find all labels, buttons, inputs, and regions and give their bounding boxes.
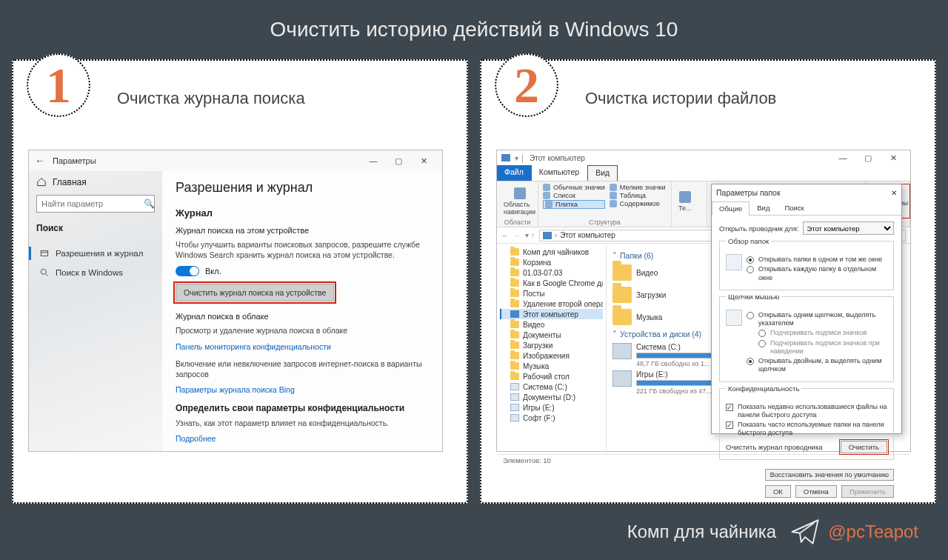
panel-2: 2 Очистка истории файлов ▾ │ Этот компью…: [480, 59, 936, 504]
click-legend: Щелчки мышью: [726, 293, 781, 301]
current-view-button[interactable]: Те...: [676, 184, 694, 219]
layout-list-2[interactable]: Мелкие значки Таблица Содержимое: [610, 184, 666, 219]
drive-icon: [612, 370, 632, 387]
device-journal-desc: Чтобы улучшить варианты поисковых запрос…: [176, 239, 429, 260]
close-icon[interactable]: ✕: [411, 153, 436, 168]
tab-view[interactable]: Вид: [750, 201, 777, 215]
tree-item[interactable]: Как в Google Chrome дава: [500, 278, 603, 288]
radio-underline-hover: Подчеркивать подписи значков при наведен…: [758, 339, 887, 356]
search-input[interactable]: [41, 199, 144, 208]
more-link[interactable]: Подробнее: [176, 434, 429, 443]
drive-icon: [612, 343, 632, 359]
layout-list[interactable]: Обычные значки Список Плитка: [543, 184, 605, 219]
tree-item[interactable]: Видео: [500, 319, 603, 330]
nav-back-icon[interactable]: ←: [501, 231, 509, 239]
tree-this-pc[interactable]: Этот компьютер: [500, 309, 603, 319]
folder-options-dialog: Параметры папок ✕ Общие Вид Поиск Открыт…: [711, 184, 902, 434]
restore-defaults-button[interactable]: Восстановить значения по умолчанию: [765, 469, 894, 481]
magnifier-icon: [39, 267, 50, 278]
permissions-icon: [39, 248, 50, 259]
tree-item[interactable]: Рабочий стол: [500, 371, 603, 381]
tab-search[interactable]: Поиск: [777, 201, 811, 215]
page-header: Очистить историю действий в Windows 10: [0, 0, 948, 59]
apply-button[interactable]: Применить: [841, 485, 894, 498]
close-icon[interactable]: ✕: [891, 189, 897, 197]
pc-icon: [543, 232, 552, 239]
explorer-tree[interactable]: Комп для чайниковКорзина01.03-07.03Как в…: [497, 244, 607, 454]
sidebar-home[interactable]: Главная: [36, 177, 155, 187]
maximize-icon[interactable]: ▢: [386, 153, 411, 168]
privacy-legend: Конфиденциальность: [726, 384, 801, 393]
explorer-icon: [501, 154, 510, 161]
clear-device-history-button[interactable]: Очистить журнал поиска на устройстве: [176, 284, 334, 301]
cloud-journal-desc: Просмотр и удаление журнала поиска в обл…: [176, 325, 429, 336]
tab-general[interactable]: Общие: [712, 201, 750, 216]
search-icon: 🔍: [144, 199, 155, 209]
bing-params-link[interactable]: Параметры журнала поиска Bing: [176, 385, 429, 394]
check-recent-files[interactable]: Показать недавно использовавшиеся файлы …: [726, 403, 887, 420]
radio-double-click[interactable]: Открывать двойным, а выделять одним щелч…: [747, 357, 887, 374]
cursor-preview-icon: [726, 310, 742, 326]
toggle-switch[interactable]: [176, 266, 199, 276]
step-badge-2: 2: [495, 53, 558, 117]
sidebar-item-permissions[interactable]: Разрешения и журнал: [36, 244, 155, 263]
svg-rect-0: [41, 251, 47, 256]
maximize-icon[interactable]: ▢: [855, 150, 881, 165]
radio-underline-always: Подчеркивать подписи значков: [758, 329, 887, 337]
address-bar[interactable]: Этот компьютер: [560, 231, 615, 239]
cancel-button[interactable]: Отмена: [795, 485, 837, 498]
open-for-label: Открыть проводник для:: [719, 224, 798, 233]
settings-window: ← Параметры — ▢ ✕ Главная 🔍: [28, 150, 443, 452]
nav-pane-button[interactable]: Область навигации: [501, 184, 538, 219]
tree-item[interactable]: Система (C:): [500, 381, 603, 392]
tree-item[interactable]: Игры (E:): [500, 402, 603, 413]
tree-item[interactable]: Корзина: [500, 257, 603, 267]
tab-computer[interactable]: Компьютер: [532, 165, 587, 181]
sidebar-section: Поиск: [36, 223, 155, 233]
tree-item[interactable]: Посты: [500, 288, 603, 299]
tree-item[interactable]: Удаление второй операци: [500, 299, 603, 309]
toggle-row: Вкл.: [176, 266, 429, 276]
folder-preview-icon: [726, 254, 742, 270]
page-title: Очистить историю действий в Windows 10: [270, 18, 678, 41]
ok-button[interactable]: ОК: [765, 485, 791, 498]
step-badge-1: 1: [27, 53, 90, 117]
clear-explorer-button[interactable]: Очистить: [841, 441, 887, 453]
footer-brand: Комп для чайника: [627, 521, 776, 542]
window-title: Параметры: [53, 156, 361, 165]
tree-item[interactable]: Софт (F:): [500, 413, 603, 423]
tree-item[interactable]: Комп для чайников: [500, 247, 603, 257]
tree-item[interactable]: Документы: [500, 330, 603, 340]
toggle-label: Вкл.: [205, 267, 221, 276]
minimize-icon[interactable]: —: [830, 150, 855, 165]
search-input-wrap[interactable]: 🔍: [36, 195, 155, 213]
tree-item[interactable]: Изображения: [500, 350, 603, 361]
device-journal-label: Журнал поиска на этом устройстве: [176, 226, 429, 235]
privacy-desc: Узнать, как этот параметр влияет на конф…: [176, 418, 429, 428]
tree-item[interactable]: Документы (D:): [500, 392, 603, 402]
footer-telegram[interactable]: @pcTeapot: [790, 516, 918, 547]
telegram-icon: [790, 516, 821, 547]
tree-item[interactable]: Музыка: [500, 361, 603, 371]
radio-same-window[interactable]: Открывать папки в одном и том же окне: [747, 256, 887, 264]
tree-item[interactable]: 01.03-07.03: [500, 267, 603, 278]
radio-new-window[interactable]: Открывать каждую папку в отдельном окне: [747, 265, 887, 282]
privacy-dashboard-link[interactable]: Панель мониторинга конфиденциальности: [176, 342, 429, 351]
sidebar-item-search-windows[interactable]: Поиск в Windows: [36, 263, 155, 282]
radio-single-click[interactable]: Открывать одним щелчком, выделять указат…: [747, 311, 887, 328]
cloud-journal-label: Журнал поиска в облаке: [176, 312, 429, 321]
nav-fwd-icon[interactable]: →: [513, 231, 521, 239]
tab-file[interactable]: Файл: [497, 165, 532, 181]
tab-view[interactable]: Вид: [587, 165, 618, 181]
settings-main: Разрешения и журнал Журнал Журнал поиска…: [162, 171, 442, 451]
back-icon[interactable]: ←: [35, 155, 45, 167]
browse-legend: Обзор папок: [726, 237, 771, 245]
minimize-icon[interactable]: —: [361, 153, 386, 168]
settings-sidebar: Главная 🔍 Поиск Разрешения и журнал Поис…: [29, 171, 162, 451]
check-frequent-folders[interactable]: Показать часто используемые папки на пан…: [726, 421, 887, 438]
open-for-select[interactable]: Этот компьютер: [803, 221, 894, 235]
page-footer: Комп для чайника @pcTeapot: [0, 504, 948, 560]
ribbon-tabs: Файл Компьютер Вид: [497, 165, 910, 181]
tree-item[interactable]: Загрузки: [500, 340, 603, 350]
close-icon[interactable]: ✕: [881, 150, 906, 165]
